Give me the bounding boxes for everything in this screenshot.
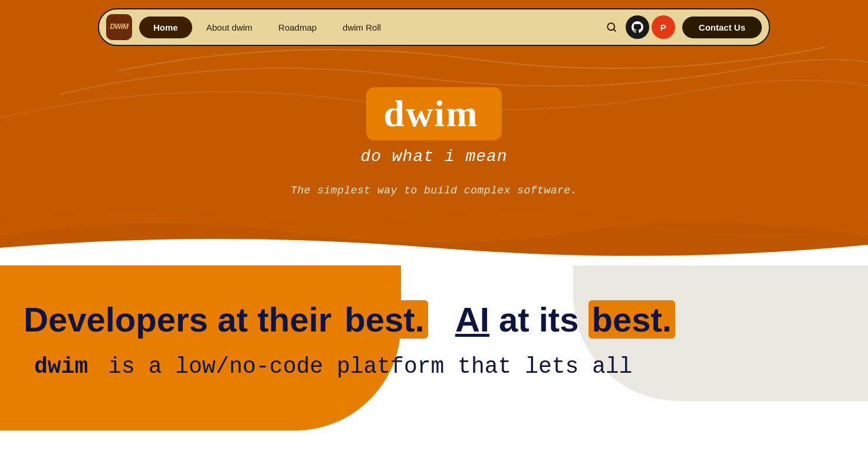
product-hunt-icon: P — [660, 22, 666, 32]
logo[interactable]: DWiM — [106, 14, 132, 40]
hero-main-heading: Developers at their best. AI at its best… — [24, 301, 844, 339]
heading-at-their: at their — [218, 300, 341, 339]
search-button[interactable] — [600, 15, 623, 39]
heading-at-its: at its — [499, 300, 588, 339]
navbar-wrapper: DWiM Home About dwim Roadmap dwim Roll P… — [98, 8, 770, 46]
hero-tagline: The simplest way to build complex softwa… — [291, 185, 577, 196]
heading-best1: best. — [341, 300, 428, 339]
hero-title-highlight: dwim — [366, 87, 502, 140]
hero-title-wrapper: dwim — [366, 87, 502, 140]
svg-line-1 — [613, 29, 615, 31]
heading-developers: Developers — [24, 300, 208, 339]
platform-dwim-highlight: dwim — [24, 353, 98, 380]
logo-text: DWiM — [110, 23, 128, 31]
nav-home-button[interactable]: Home — [139, 17, 192, 38]
heading-best2: best. — [588, 300, 675, 339]
contact-us-button[interactable]: Contact Us — [682, 17, 762, 38]
lower-content: Developers at their best. AI at its best… — [0, 265, 868, 404]
platform-line: dwim is a low/no-code platform that lets… — [24, 353, 844, 380]
platform-text: is a low/no-code platform that lets all — [108, 354, 632, 379]
nav-roll-button[interactable]: dwim Roll — [331, 17, 393, 38]
search-icon — [606, 22, 617, 32]
product-hunt-button[interactable]: P — [652, 15, 675, 39]
navbar: DWiM Home About dwim Roadmap dwim Roll P… — [98, 8, 770, 46]
lower-section: Developers at their best. AI at its best… — [0, 265, 868, 453]
nav-about-button[interactable]: About dwim — [195, 17, 264, 38]
github-button[interactable] — [626, 15, 649, 39]
heading-ai: AI — [455, 300, 489, 339]
github-icon — [632, 21, 643, 33]
hero-bottom-wave — [0, 230, 868, 265]
hero-subtitle: do what i mean — [360, 147, 507, 166]
heading-spacer — [438, 300, 455, 339]
hero-title: dwim — [384, 93, 479, 134]
nav-roadmap-button[interactable]: Roadmap — [267, 17, 328, 38]
